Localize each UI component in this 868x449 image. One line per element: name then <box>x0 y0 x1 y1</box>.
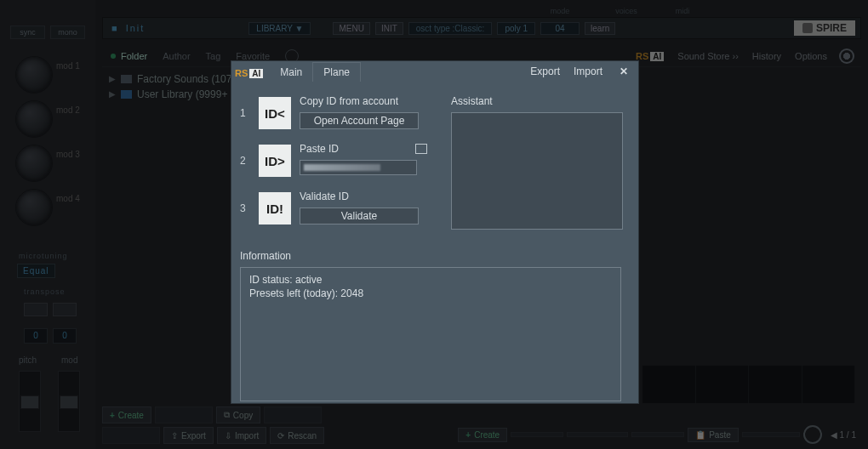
dialog-export[interactable]: Export <box>530 65 560 77</box>
tree-user-library[interactable]: ▶ User Library (9999+ <box>109 87 231 102</box>
tab-favorite[interactable]: Favorite <box>236 51 270 61</box>
mod4-knob[interactable] <box>15 189 53 226</box>
export-button[interactable]: ⇪ Export <box>163 427 214 444</box>
dialog-tab-plane[interactable]: Plane <box>312 62 361 82</box>
tab-author[interactable]: Author <box>163 51 190 61</box>
dialog-tab-main[interactable]: Main <box>270 63 312 82</box>
transpose-down-button[interactable] <box>24 303 48 316</box>
mod4-label: mod 4 <box>56 194 80 203</box>
transpose-up-button[interactable] <box>53 303 77 316</box>
midi-header-label: midi <box>667 7 698 15</box>
step-1-title: Copy ID from account <box>300 95 398 107</box>
assistant-textarea[interactable] <box>451 112 623 230</box>
dialog-import[interactable]: Import <box>574 65 602 77</box>
disabled-button-5 <box>567 432 628 437</box>
page-counter: ◀ 1 / 1 <box>825 430 861 440</box>
id-copy-icon: ID< <box>259 97 291 129</box>
midi-learn-button[interactable]: learn <box>585 22 615 35</box>
rescan-button[interactable]: ⟳ Rescan <box>270 427 324 444</box>
history-link[interactable]: History <box>752 51 781 61</box>
paste-clipboard-icon[interactable] <box>415 144 427 154</box>
tab-folder[interactable]: Folder <box>121 51 147 61</box>
rsai-badge: RSAI <box>636 51 664 61</box>
transpose-value-b[interactable]: 0 <box>53 328 77 344</box>
paste-button-2[interactable]: 📋 Paste <box>688 428 739 442</box>
open-account-button[interactable]: Open Account Page <box>300 112 419 129</box>
disabled-button-3 <box>102 427 160 444</box>
disabled-button-6 <box>631 432 684 437</box>
tab-tag[interactable]: Tag <box>206 51 221 61</box>
osc-type-selector[interactable]: osct type :Classic: <box>408 22 493 35</box>
app-header: ■ Init LIBRARY ▼ MENU INIT osct type :Cl… <box>102 17 861 39</box>
step-2-title: Paste ID <box>300 143 339 155</box>
id-validate-icon: ID! <box>259 192 291 224</box>
close-icon[interactable]: ✕ <box>616 65 631 77</box>
folder-active-dot <box>111 54 116 59</box>
mod2-knob[interactable] <box>15 100 53 138</box>
spire-logo: SPIRE <box>794 20 855 36</box>
library-selector[interactable]: LIBRARY ▼ <box>248 22 311 35</box>
info-line-1: ID status: active <box>249 273 612 287</box>
progress-circle <box>803 425 822 444</box>
voices-display[interactable]: 04 <box>540 22 580 35</box>
info-line-2: Presets left (today): 2048 <box>249 287 612 300</box>
create-button-2[interactable]: +Create <box>458 428 507 442</box>
plane-dialog: RSAI Main Plane Export Import ✕ 1 ID< Co… <box>231 61 638 403</box>
preset-tree: ▶ Factory Sounds (107 ▶ User Library (99… <box>109 71 231 102</box>
disabled-button-1 <box>155 406 213 423</box>
voices-header-label: voices <box>611 7 642 15</box>
mod-label: mod <box>61 355 77 365</box>
sound-store-link[interactable]: Sound Store ›› <box>677 51 739 61</box>
import-button[interactable]: ⇩ Import <box>217 427 266 444</box>
pitch-label: pitch <box>19 355 37 365</box>
disabled-button-4 <box>511 432 563 437</box>
left-mono-button[interactable]: mono <box>50 26 85 39</box>
mode-selector[interactable]: poly 1 <box>497 22 535 35</box>
microtuning-equal[interactable]: Equal <box>17 264 55 278</box>
id-paste-icon: ID> <box>259 145 291 177</box>
mod-slider[interactable] <box>58 371 80 432</box>
microtuning-label: microtuning <box>19 252 68 260</box>
mod2-label: mod 2 <box>56 105 80 115</box>
copy-button[interactable]: ⧉ Copy <box>216 406 260 423</box>
validate-button[interactable]: Validate <box>300 207 419 224</box>
options-link[interactable]: Options <box>795 51 827 61</box>
init-button[interactable]: INIT <box>375 22 403 35</box>
preset-name[interactable]: Init <box>126 23 146 33</box>
transpose-value-a[interactable]: 0 <box>24 328 48 344</box>
pitch-slider[interactable] <box>19 371 41 432</box>
dialog-rsai-badge: RSAI <box>231 65 270 82</box>
tree-factory-sounds[interactable]: ▶ Factory Sounds (107 <box>109 71 231 87</box>
step-2-number: 2 <box>240 143 250 167</box>
step-1-number: 1 <box>240 95 250 119</box>
disabled-button-2 <box>264 406 322 423</box>
mod3-knob[interactable] <box>15 145 53 182</box>
paste-id-input[interactable] <box>300 160 417 175</box>
information-box: ID status: active Presets left (today): … <box>240 267 621 401</box>
mod3-label: mod 3 <box>56 150 80 159</box>
gear-icon[interactable] <box>841 50 853 62</box>
create-button[interactable]: +Create <box>102 406 151 423</box>
mod1-label: mod 1 <box>56 61 80 71</box>
step-3-title: Validate ID <box>300 190 349 202</box>
disabled-button-7 <box>742 432 800 437</box>
information-title: Information <box>240 250 621 262</box>
mode-header-label: mode <box>545 7 575 15</box>
left-sync-button[interactable]: sync <box>10 26 45 39</box>
waveform-panel <box>642 366 855 403</box>
mod1-knob[interactable] <box>15 56 53 94</box>
transpose-label: transpose <box>24 287 66 296</box>
step-3-number: 3 <box>240 190 250 214</box>
menu-button[interactable]: MENU <box>333 22 369 35</box>
browser-right-tabs: RSAI Sound Store ›› History Options <box>627 46 861 66</box>
assistant-title: Assistant <box>451 95 621 107</box>
